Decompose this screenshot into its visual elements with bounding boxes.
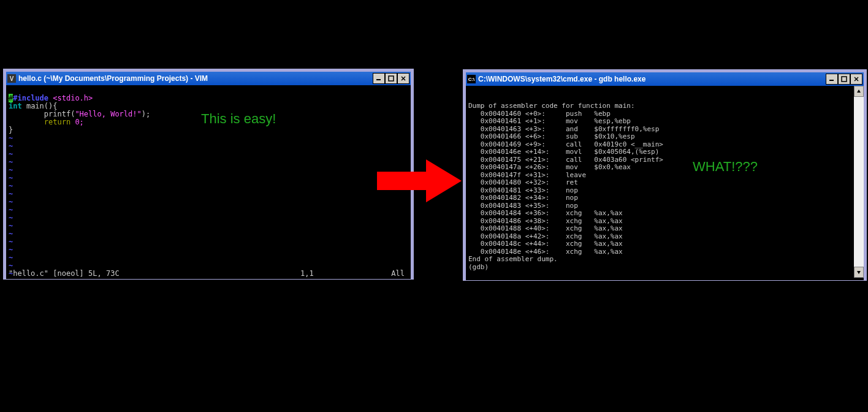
minimize-icon [829, 76, 835, 82]
vim-window-buttons [373, 73, 409, 84]
vim-window: V hello.c (~\My Documents\Programming Pr… [3, 69, 414, 280]
chevron-up-icon [856, 89, 861, 94]
asm-line: 0x00401480 <+32>: ret [468, 179, 853, 187]
maximize-icon [388, 75, 394, 82]
vim-tilde: ~ [9, 246, 408, 254]
maximize-button[interactable] [385, 73, 397, 84]
scroll-down-button[interactable] [854, 267, 864, 278]
asm-line: 0x00401488 <+40>: xchg %ax,%ax [468, 225, 853, 233]
vim-title: hello.c (~\My Documents\Programming Proj… [18, 74, 373, 83]
minimize-icon [376, 75, 382, 82]
vim-tilde: ~ [9, 254, 408, 262]
vim-tilde: ~ [9, 214, 408, 222]
scroll-track[interactable] [854, 97, 864, 267]
close-icon [400, 75, 406, 82]
asm-line: 0x00401482 <+34>: nop [468, 194, 853, 202]
code-indent2 [9, 118, 44, 126]
code-return-val: 0; [70, 118, 84, 126]
vim-titlebar[interactable]: V hello.c (~\My Documents\Programming Pr… [6, 72, 411, 85]
arrow-graphic [377, 156, 463, 205]
vim-editor-content[interactable]: ##include <stdio.h> int main(){ printf("… [6, 85, 411, 279]
asm-line: (gdb) [468, 264, 853, 272]
cmd-scrollbar[interactable] [854, 86, 864, 278]
vim-status-pos: 1,1 [300, 270, 374, 278]
asm-line: 0x00401484 <+36>: xchg %ax,%ax [468, 210, 853, 218]
code-closebrace: } [9, 126, 13, 134]
code-printf-end: ); [142, 110, 150, 118]
code-string: "Hello, World!" [75, 110, 141, 118]
svg-rect-1 [389, 76, 394, 81]
cmd-terminal-content[interactable]: Dump of assembler code for function main… [466, 86, 864, 280]
vim-tilde: ~ [9, 166, 408, 174]
vim-tilde: ~ [9, 230, 408, 238]
vim-tilde: ~ [9, 150, 408, 158]
cmd-title: C:\WINDOWS\system32\cmd.exe - gdb hello.… [478, 75, 826, 83]
vim-tilde: ~ [9, 238, 408, 246]
vim-tilde: ~ [9, 222, 408, 230]
vim-tilde: ~ [9, 198, 408, 206]
vim-tilde: ~ [9, 134, 408, 142]
asm-line: 0x00401461 <+1>: mov %esp,%ebp [468, 118, 853, 126]
maximize-button[interactable] [838, 74, 850, 85]
code-include-kw: #include [8, 94, 48, 102]
svg-rect-6 [842, 77, 847, 82]
code-return-kw: return [44, 118, 70, 126]
vim-tilde: ~ [9, 142, 408, 150]
close-icon [853, 76, 859, 82]
vim-statusbar: "hello.c" [noeol] 5L, 73C 1,1 All [9, 270, 408, 278]
minimize-button[interactable] [373, 73, 385, 84]
arrow-icon [377, 156, 463, 205]
svg-marker-9 [857, 90, 861, 93]
vim-status-pct: All [374, 270, 408, 278]
code-main-decl: main(){ [22, 102, 58, 110]
vim-status-file: "hello.c" [noeol] 5L, 73C [9, 270, 300, 278]
svg-marker-10 [857, 271, 861, 274]
vim-tilde: ~ [9, 206, 408, 214]
cmd-app-icon: C:\ [467, 75, 476, 83]
close-button[interactable] [397, 73, 409, 84]
annotation-easy: This is easy! [201, 115, 276, 123]
asm-line: Dump of assembler code for function main… [468, 102, 853, 110]
close-button[interactable] [850, 74, 862, 85]
scroll-up-button[interactable] [854, 86, 864, 97]
code-include-header: <stdio.h> [53, 94, 93, 102]
svg-marker-4 [377, 159, 462, 202]
minimize-button[interactable] [826, 74, 838, 85]
cmd-titlebar[interactable]: C:\ C:\WINDOWS\system32\cmd.exe - gdb he… [466, 72, 864, 86]
vim-tilde: ~ [9, 190, 408, 198]
vim-tilde: ~ [9, 158, 408, 166]
vim-tilde: ~ [9, 174, 408, 182]
chevron-down-icon [856, 270, 861, 275]
maximize-icon [841, 76, 847, 82]
cmd-window-buttons [826, 74, 862, 85]
asm-line: End of assembler dump. [468, 256, 853, 264]
cmd-window: C:\ C:\WINDOWS\system32\cmd.exe - gdb he… [463, 69, 867, 281]
asm-line: 0x00401466 <+6>: sub $0x10,%esp [468, 133, 853, 141]
asm-line: 0x0040148c <+44>: xchg %ax,%ax [468, 240, 853, 248]
vim-app-icon: V [7, 74, 16, 83]
asm-line: 0x0040147a <+26>: mov $0x0,%eax [468, 164, 853, 172]
code-indent [9, 110, 44, 118]
asm-line: 0x0040146e <+14>: movl $0x405064,(%esp) [468, 148, 853, 156]
annotation-what: WHAT!??? [693, 163, 758, 171]
code-printf: printf( [44, 110, 75, 118]
vim-tilde: ~ [9, 182, 408, 190]
code-int-kw: int [9, 102, 22, 110]
